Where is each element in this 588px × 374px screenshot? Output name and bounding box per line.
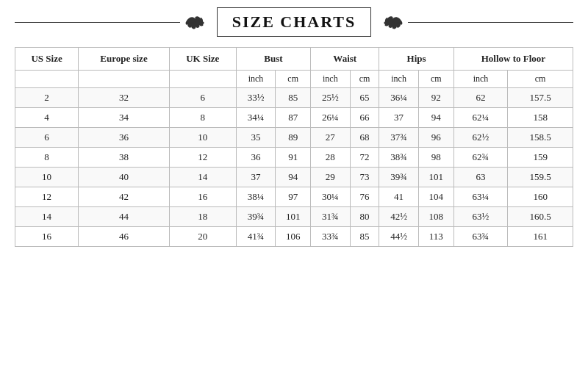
page-header: SIZE CHARTS (15, 7, 573, 37)
size-chart-table: US Size Europe size UK Size Bust Waist H… (15, 47, 573, 247)
table-cell: 87 (276, 108, 311, 128)
subh-eu (79, 71, 170, 88)
table-cell: 38¾ (379, 148, 418, 168)
table-cell: 33½ (236, 88, 275, 108)
table-cell: 160.5 (508, 207, 573, 227)
table-cell: 32 (79, 88, 170, 108)
subh-uk (169, 71, 236, 88)
subh-waist-inch: inch (311, 71, 350, 88)
table-header-row-2: inch cm inch cm inch cm inch cm (15, 71, 573, 88)
table-header-row-1: US Size Europe size UK Size Bust Waist H… (15, 48, 573, 71)
table-cell: 37¾ (379, 128, 418, 148)
table-cell: 85 (350, 227, 379, 247)
table-cell: 94 (418, 108, 453, 128)
table-cell: 62½ (453, 128, 508, 148)
table-cell: 35 (236, 128, 275, 148)
table-cell: 101 (276, 207, 311, 227)
table-cell: 20 (169, 227, 236, 247)
table-cell: 38¼ (236, 187, 275, 207)
table-cell: 80 (350, 207, 379, 227)
col-us-size: US Size (15, 48, 79, 71)
table-cell: 62 (453, 88, 508, 108)
table-cell: 12 (169, 148, 236, 168)
table-cell: 36 (236, 148, 275, 168)
table-cell: 16 (15, 227, 79, 247)
table-cell: 158 (508, 108, 573, 128)
table-cell: 160 (508, 187, 573, 207)
table-cell: 25½ (311, 88, 350, 108)
table-cell: 6 (169, 88, 236, 108)
table-cell: 10 (169, 128, 236, 148)
table-cell: 62¾ (453, 148, 508, 168)
table-cell: 41¾ (236, 227, 275, 247)
table-cell: 98 (418, 148, 453, 168)
table-cell: 92 (418, 88, 453, 108)
table-cell: 63 (453, 168, 508, 187)
table-cell: 4 (15, 108, 79, 128)
table-cell: 96 (418, 128, 453, 148)
table-cell: 18 (169, 207, 236, 227)
subh-bust-cm: cm (276, 71, 311, 88)
table-cell: 14 (169, 168, 236, 187)
table-cell: 63¾ (453, 227, 508, 247)
table-cell: 37 (379, 108, 418, 128)
table-cell: 161 (508, 227, 573, 247)
table-cell: 159 (508, 148, 573, 168)
table-cell: 10 (15, 168, 79, 187)
table-cell: 91 (276, 148, 311, 168)
table-cell: 39¾ (236, 207, 275, 227)
table-cell: 63¼ (453, 187, 508, 207)
table-cell: 36¼ (379, 88, 418, 108)
ornament-right (381, 13, 404, 31)
table-cell: 72 (350, 148, 379, 168)
table-cell: 36 (79, 128, 170, 148)
table-cell: 113 (418, 227, 453, 247)
table-row: 12421638¼9730¼764110463¼160 (15, 187, 573, 207)
table-cell: 85 (276, 88, 311, 108)
table-row: 636103589276837¾9662½158.5 (15, 128, 573, 148)
subh-htf-cm: cm (508, 71, 573, 88)
table-cell: 28 (311, 148, 350, 168)
table-cell: 44 (79, 207, 170, 227)
table-cell: 39¾ (379, 168, 418, 187)
table-cell: 12 (15, 187, 79, 207)
table-cell: 101 (418, 168, 453, 187)
table-cell: 157.5 (508, 88, 573, 108)
table-cell: 68 (350, 128, 379, 148)
table-cell: 31¾ (311, 207, 350, 227)
table-cell: 30¼ (311, 187, 350, 207)
table-cell: 40 (79, 168, 170, 187)
table-cell: 37 (236, 168, 275, 187)
table-cell: 66 (350, 108, 379, 128)
table-cell: 14 (15, 207, 79, 227)
subh-us (15, 71, 79, 88)
table-cell: 76 (350, 187, 379, 207)
subh-hips-cm: cm (418, 71, 453, 88)
table-cell: 6 (15, 128, 79, 148)
table-cell: 38 (79, 148, 170, 168)
table-cell: 27 (311, 128, 350, 148)
table-cell: 44½ (379, 227, 418, 247)
table-cell: 89 (276, 128, 311, 148)
table-cell: 26¼ (311, 108, 350, 128)
page-title: SIZE CHARTS (232, 12, 356, 31)
table-cell: 108 (418, 207, 453, 227)
table-cell: 106 (276, 227, 311, 247)
col-bust: Bust (236, 48, 310, 71)
header-line-right (408, 22, 573, 23)
table-cell: 42 (79, 187, 170, 207)
table-cell: 73 (350, 168, 379, 187)
col-waist: Waist (311, 48, 379, 71)
table-cell: 29 (311, 168, 350, 187)
table-row: 434834¼8726¼66379462¼158 (15, 108, 573, 128)
table-cell: 16 (169, 187, 236, 207)
table-cell: 42½ (379, 207, 418, 227)
table-cell: 65 (350, 88, 379, 108)
subh-waist-cm: cm (350, 71, 379, 88)
table-cell: 104 (418, 187, 453, 207)
table-cell: 158.5 (508, 128, 573, 148)
table-cell: 46 (79, 227, 170, 247)
table-cell: 2 (15, 88, 79, 108)
ornament-left (184, 13, 207, 31)
table-row: 232633½8525½6536¼9262157.5 (15, 88, 573, 108)
